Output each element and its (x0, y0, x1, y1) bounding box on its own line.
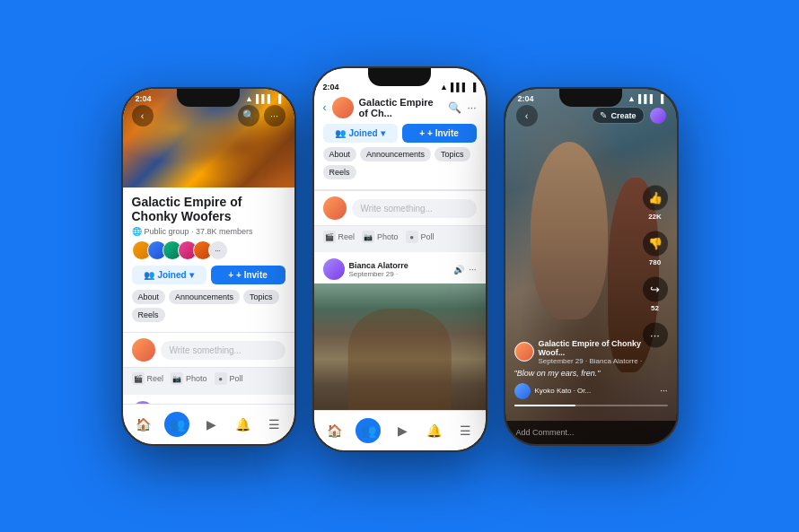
invite-button-2[interactable]: + + Invite (402, 124, 477, 143)
action-row-2: 👥 Joined ▾ + + Invite (323, 124, 477, 143)
more-options-2[interactable]: ··· (469, 265, 476, 275)
tab-about-2[interactable]: About (323, 147, 357, 161)
post-avatar-2 (323, 258, 345, 280)
top-row-2: ‹ Galactic Empire of Ch... 🔍 ··· (323, 97, 477, 118)
reel-top-nav: ‹ ✎ Create (505, 105, 677, 126)
add-comment-input[interactable]: Add Comment... (516, 428, 666, 437)
reel-action-2[interactable]: 🎬 Reel (323, 231, 356, 243)
back-button-3[interactable]: ‹ (516, 105, 538, 126)
back-button-2[interactable]: ‹ (323, 101, 327, 114)
group-meta-1: 🌐 Public group · 37.8K members (132, 227, 285, 236)
globe-icon: 🌐 (132, 227, 142, 236)
poll-action-1[interactable]: ● Poll (215, 372, 243, 385)
tab-about-1[interactable]: About (132, 290, 166, 304)
more-button-1[interactable]: ··· (264, 105, 285, 126)
chevron-down-icon: ▾ (189, 270, 194, 280)
group-nav-icon-1[interactable]: 👥 (164, 412, 189, 437)
reel-icon: 🎬 (132, 372, 145, 385)
phones-container: 2:04 ▲ ▌▌▌ ▐ ‹ 🔍 ··· Galacti (103, 62, 697, 470)
group-icon-2 (332, 97, 354, 118)
reel-post-date: September 29 · Bianca Alatorre · (539, 357, 668, 365)
group-info-1: Galactic Empire of Chonky Woofers 🌐 Publ… (123, 188, 294, 333)
phone-1-screen: 2:04 ▲ ▌▌▌ ▐ ‹ 🔍 ··· Galacti (123, 89, 294, 444)
share-icon: ↪ (643, 276, 668, 301)
menu-nav-icon-1[interactable]: ☰ (264, 414, 284, 434)
post-card-1: Bianca Alatorre September 29 · 🔊 ··· (123, 395, 294, 403)
dislike-count: 780 (649, 257, 661, 266)
bell-nav-icon-2[interactable]: 🔔 (424, 421, 443, 440)
search-icon-2[interactable]: 🔍 (448, 101, 461, 114)
like-action[interactable]: 👍 22K (643, 185, 668, 220)
reel-bottom-info: Galactic Empire of Chonky Woof... Septem… (505, 339, 677, 399)
more-icon-2[interactable]: ··· (467, 101, 476, 114)
like-count: 22K (648, 212, 662, 220)
tab-announcements-1[interactable]: Announcements (169, 290, 240, 304)
write-placeholder-2[interactable]: Write something... (352, 199, 477, 218)
tab-reels-2[interactable]: Reels (323, 165, 356, 179)
tab-topics-1[interactable]: Topics (243, 290, 279, 304)
plus-icon: ✎ (600, 110, 607, 120)
phone-3: 2:04 ▲ ▌▌▌ ▐ ‹ ✎ Create (504, 87, 679, 446)
create-label: Create (610, 111, 636, 120)
group-nav-icon-2[interactable]: 👥 (356, 418, 381, 443)
reel-group-avatar (514, 342, 534, 362)
tab-topics-2[interactable]: Topics (435, 147, 470, 161)
signal-icon-2: ▌▌▌ (451, 83, 468, 92)
tab-announcements-2[interactable]: Announcements (360, 147, 431, 161)
bottom-nav-2: 🏠 👥 ▶ 🔔 ☰ (314, 410, 486, 450)
dislike-icon: 👎 (643, 231, 668, 256)
wifi-icon: ▲ (245, 94, 253, 103)
bottom-nav-1: 🏠 👥 ▶ 🔔 ☰ (123, 404, 294, 444)
phone-3-notch (559, 89, 622, 107)
commenter-name: Kyoko Kato · Or... (535, 387, 592, 395)
phone-2-notch (368, 68, 431, 86)
sound-icon-2[interactable]: 🔊 (453, 265, 464, 275)
invite-button-1[interactable]: + + Invite (211, 266, 285, 284)
share-count: 52 (651, 303, 659, 311)
reel-progress-bar (514, 405, 668, 406)
reel-actions: 👍 22K 👎 780 ↪ 52 ··· (643, 185, 668, 347)
tab-reels-1[interactable]: Reels (132, 308, 165, 322)
user-avatar-3[interactable] (650, 108, 666, 124)
photo-action-2[interactable]: 📷 Photo (362, 231, 399, 243)
phone-1: 2:04 ▲ ▌▌▌ ▐ ‹ 🔍 ··· Galacti (121, 87, 296, 446)
like-icon: 👍 (643, 185, 668, 210)
back-button-1[interactable]: ‹ (132, 105, 154, 126)
group-name-1: Galactic Empire of Chonky Woofers (132, 195, 285, 225)
bell-nav-icon-1[interactable]: 🔔 (233, 414, 252, 434)
photo-action-1[interactable]: 📷 Photo (171, 372, 207, 385)
post-author-2: Bianca Alatorre September 29 · (323, 258, 408, 280)
video-nav-icon-2[interactable]: ▶ (392, 421, 412, 440)
video-nav-icon-1[interactable]: ▶ (201, 414, 221, 434)
phone-2-screen: 2:04 ▲ ▌▌▌ ▐ ‹ Galactic Empire of Ch... … (314, 68, 486, 450)
comment-more[interactable]: ··· (660, 386, 667, 396)
battery-icon: ▐ (276, 94, 281, 103)
write-box-1: Write something... (123, 332, 294, 367)
poll-action-2[interactable]: ● Poll (406, 231, 435, 243)
reel-quote: "Blow on my ears, fren." (514, 369, 668, 378)
top-nav-1: ‹ 🔍 ··· (123, 105, 294, 126)
search-button-1[interactable]: 🔍 (238, 105, 259, 126)
post-header-1: Bianca Alatorre September 29 · 🔊 ··· (123, 395, 294, 403)
signal-icon-3: ▌▌▌ (638, 94, 655, 103)
home-nav-icon-2[interactable]: 🏠 (324, 421, 344, 440)
joined-button-2[interactable]: 👥 Joined ▾ (323, 124, 398, 143)
group-name-2: Galactic Empire of Ch... (359, 97, 443, 118)
reel-group-name: Galactic Empire of Chonky Woof... (539, 339, 668, 357)
share-action[interactable]: ↪ 52 (643, 276, 668, 311)
post-date-2: September 29 · (349, 270, 408, 278)
home-nav-icon-1[interactable]: 🏠 (133, 414, 153, 434)
wifi-icon-2: ▲ (440, 83, 448, 92)
reel-action-1[interactable]: 🎬 Reel (132, 372, 164, 385)
reel-bottom-bar: Add Comment... (505, 421, 677, 444)
menu-nav-icon-2[interactable]: ☰ (455, 421, 475, 440)
joined-icon-2: 👥 (335, 128, 346, 138)
write-placeholder-1[interactable]: Write something... (161, 341, 285, 360)
create-button[interactable]: ✎ Create (592, 107, 644, 124)
phone-3-screen: 2:04 ▲ ▌▌▌ ▐ ‹ ✎ Create (505, 89, 677, 444)
dislike-action[interactable]: 👎 780 (643, 231, 668, 266)
member-avatars-1: ··· (132, 240, 285, 260)
photo-icon-2: 📷 (362, 231, 374, 243)
joined-button-1[interactable]: 👥 Joined ▾ (132, 266, 206, 284)
poll-icon: ● (215, 372, 227, 385)
